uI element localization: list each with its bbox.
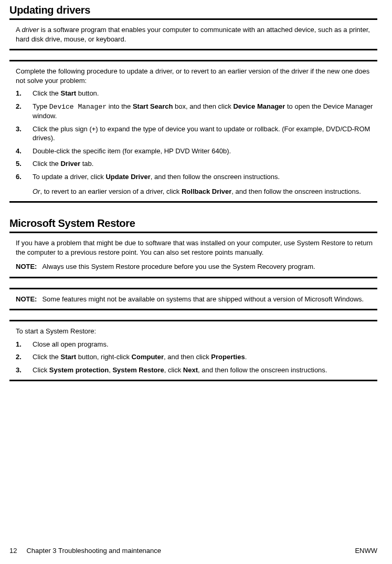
divider	[9, 288, 377, 289]
lead-paragraph: To start a System Restore:	[16, 327, 377, 336]
step-number: 5.	[16, 159, 29, 169]
note-block: NOTE:Always use this System Restore proc…	[16, 262, 377, 271]
footer-right: ENWW	[355, 547, 377, 555]
step-body: Type Device Manager into the Start Searc…	[33, 102, 377, 121]
step-number: 2.	[16, 102, 29, 111]
divider	[9, 380, 377, 381]
step-body: Click the Driver tab.	[33, 159, 377, 169]
chapter-label: Chapter 3 Troubleshooting and maintenanc…	[26, 547, 161, 555]
step-item: 1. Close all open programs.	[16, 340, 377, 349]
divider	[9, 18, 377, 20]
note-block: NOTE:Some features might not be availabl…	[16, 295, 377, 304]
step-item: 4. Double-click the specific item (for e…	[16, 147, 377, 156]
note-label: NOTE:	[16, 263, 37, 270]
step-item: 2. Type Device Manager into the Start Se…	[16, 102, 377, 121]
note-text: Always use this System Restore procedure…	[42, 263, 315, 270]
step-item: 3. Click System protection, System Resto…	[16, 365, 377, 375]
step-body: Click the plus sign (+) to expand the ty…	[33, 124, 377, 143]
step-number: 3.	[16, 365, 29, 375]
step-body: Click the Start button, right-click Comp…	[33, 352, 377, 362]
step-body: Click the Start button.	[33, 89, 377, 98]
page-footer: 12 Chapter 3 Troubleshooting and mainten…	[9, 547, 377, 555]
step-item: 6. To update a driver, click Update Driv…	[16, 172, 377, 196]
step-body: To update a driver, click Update Driver,…	[33, 172, 377, 196]
step-number: 2.	[16, 352, 29, 362]
step-number: 6.	[16, 172, 29, 182]
section-heading-system-restore: Microsoft System Restore	[9, 217, 377, 229]
step-item: 1. Click the Start button.	[16, 89, 377, 98]
section-heading-updating-drivers: Updating drivers	[9, 4, 377, 16]
step-item: 3. Click the plus sign (+) to expand the…	[16, 124, 377, 143]
note-label: NOTE:	[16, 295, 37, 303]
steps-list: 1. Close all open programs. 2. Click the…	[16, 340, 377, 375]
note-text: Some features might not be available on …	[42, 295, 364, 303]
step-number: 4.	[16, 147, 29, 156]
steps-list: 1. Click the Start button. 2. Type Devic…	[16, 89, 377, 196]
step-item: 2. Click the Start button, right-click C…	[16, 352, 377, 362]
step-body: Close all open programs.	[33, 340, 377, 349]
step-item: 5. Click the Driver tab.	[16, 159, 377, 169]
step-body: Double-click the specific item (for exam…	[33, 147, 377, 156]
lead-paragraph: Complete the following procedure to upda…	[16, 67, 377, 85]
step-number: 1.	[16, 340, 29, 349]
divider	[9, 320, 377, 321]
step-number: 3.	[16, 124, 29, 134]
page-number: 12	[9, 547, 17, 555]
intro-paragraph: A driver is a software program that enab…	[16, 25, 377, 44]
intro-paragraph: If you have a problem that might be due …	[16, 238, 377, 257]
step-body: Click System protection, System Restore,…	[33, 365, 377, 375]
divider	[9, 60, 377, 61]
divider	[9, 232, 377, 233]
step-number: 1.	[16, 89, 29, 98]
